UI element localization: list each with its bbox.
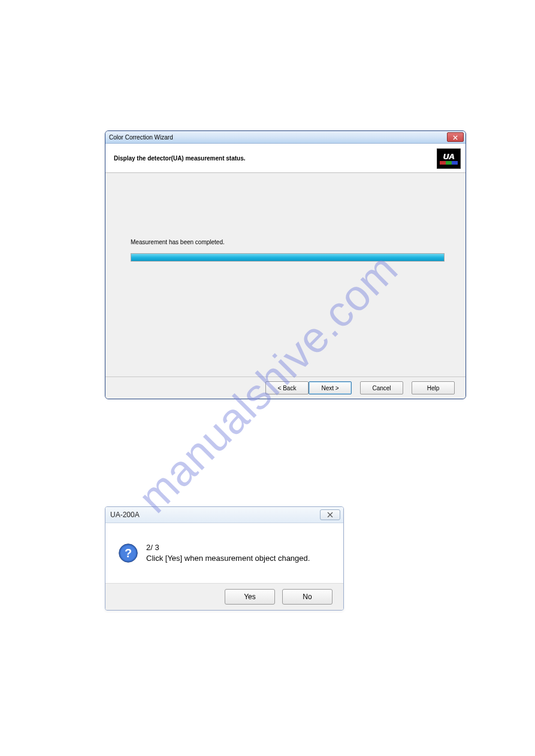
yes-button[interactable]: Yes <box>225 589 275 605</box>
msgbox-text: 2/ 3 Click [Yes] when measurement object… <box>146 542 310 563</box>
msgbox-body: ? 2/ 3 Click [Yes] when measurement obje… <box>105 523 343 583</box>
msgbox-titlebar[interactable]: UA-200A <box>105 507 343 523</box>
wizard-title: Color Correction Wizard <box>108 134 173 141</box>
wizard-header-text: Display the detector(UA) measurement sta… <box>114 155 246 162</box>
back-button[interactable]: < Back <box>265 381 309 394</box>
progress-bar <box>131 253 445 262</box>
wizard-logo: UA <box>437 148 461 169</box>
msgbox-message: Click [Yes] when measurement object chan… <box>146 553 310 564</box>
logo-color-bars <box>440 161 458 165</box>
logo-bar-green <box>446 161 452 165</box>
wizard-header: Display the detector(UA) measurement sta… <box>105 144 466 173</box>
confirmation-dialog: UA-200A ? 2/ 3 Click [Yes] when measurem… <box>105 506 344 611</box>
question-icon: ? <box>117 542 139 564</box>
color-correction-wizard: Color Correction Wizard Display the dete… <box>105 130 466 399</box>
wizard-close-button[interactable] <box>447 132 464 142</box>
wizard-body: Measurement has been completed. <box>105 173 466 377</box>
cancel-button[interactable]: Cancel <box>360 381 403 394</box>
next-button[interactable]: Next > <box>309 381 352 394</box>
wizard-titlebar[interactable]: Color Correction Wizard <box>105 131 466 144</box>
logo-text: UA <box>443 153 455 160</box>
wizard-footer: < Back Next > Cancel Help <box>105 377 466 399</box>
svg-text:?: ? <box>125 546 132 560</box>
logo-bar-blue <box>452 161 458 165</box>
no-button[interactable]: No <box>282 589 333 605</box>
msgbox-footer: Yes No <box>105 583 343 610</box>
msgbox-close-button[interactable] <box>320 509 340 520</box>
logo-bar-red <box>440 161 446 165</box>
close-icon <box>453 132 458 142</box>
msgbox-title: UA-200A <box>110 511 140 519</box>
msgbox-counter: 2/ 3 <box>146 542 310 553</box>
help-button[interactable]: Help <box>412 381 455 394</box>
measurement-status-text: Measurement has been completed. <box>131 239 225 245</box>
close-icon <box>327 509 333 520</box>
